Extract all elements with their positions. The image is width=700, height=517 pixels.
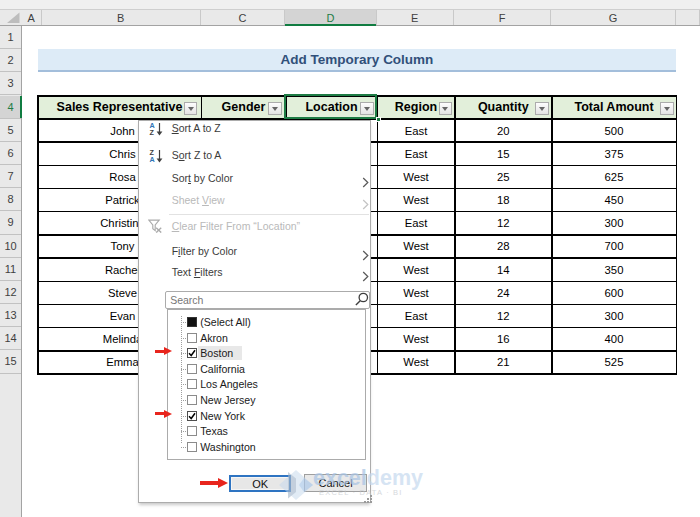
svg-text:A: A <box>150 155 155 163</box>
svg-text:Z: Z <box>150 128 155 136</box>
